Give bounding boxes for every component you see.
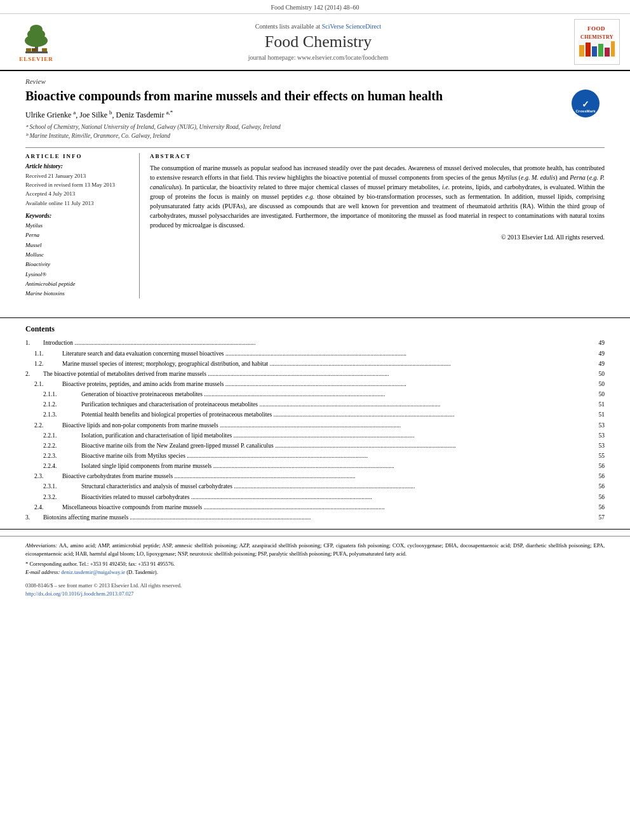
article-info-heading: ARTICLE INFO	[25, 153, 133, 159]
keywords-label: Keywords:	[25, 213, 133, 219]
available-date: Available online 11 July 2013	[25, 199, 133, 208]
toc-item: 2.3.2.Bioactivities related to mussel ca…	[25, 492, 605, 502]
journal-reference: Food Chemistry 142 (2014) 48–60	[271, 4, 359, 11]
keyword-item: Mollusc	[25, 250, 133, 260]
sciverse-link: Contents lists available at SciVerse Sci…	[255, 23, 382, 30]
toc-page: 53	[589, 441, 605, 451]
doi-line: http://dx.doi.org/10.1016/j.foodchem.201…	[25, 590, 605, 598]
section-divider	[0, 317, 630, 318]
email-note: (D. Tasdemir).	[126, 569, 158, 575]
received-date: Received 21 January 2013	[25, 171, 133, 180]
toc-number: 2.1.1.	[43, 389, 81, 399]
footer: Abbreviations: AA, amino acid; AMP, anti…	[0, 536, 630, 602]
toc-number: 1.1.	[34, 349, 62, 359]
article-title-text: Bioactive compounds from marine mussels …	[25, 89, 443, 103]
toc-item: 2.2.1.Isolation, purification and charac…	[25, 430, 605, 441]
article-body: Review Bioactive compounds from marine m…	[0, 71, 630, 311]
toc-item: 2.1.3.Potential health benefits and biol…	[25, 410, 605, 420]
abbrev-label: Abbreviations:	[25, 542, 57, 549]
toc-text: Miscellaneous bioactive compounds from m…	[62, 502, 589, 512]
toc-text: Literature search and data evaluation co…	[62, 349, 589, 359]
crossmark-badge: ✓ CrossMark	[566, 88, 605, 119]
crossmark-svg: ✓ CrossMark	[574, 92, 597, 115]
toc-number: 2.2.1.	[43, 430, 81, 441]
toc-page: 50	[589, 369, 605, 379]
toc-number: 2.2.3.	[43, 451, 81, 461]
article-type-label: Review	[25, 77, 605, 85]
page: Food Chemistry 142 (2014) 48–60 EL	[0, 0, 630, 840]
toc-text: Bioactive carbohydrates from marine muss…	[62, 471, 589, 481]
fc-logo-graphic	[578, 40, 616, 58]
abbrev-text: AA, amino acid; AMP, antimicrobial pepti…	[25, 542, 605, 557]
journal-reference-bar: Food Chemistry 142 (2014) 48–60	[0, 0, 630, 14]
issn-text: 0308-8146/$ – see front matter © 2013 El…	[25, 582, 182, 589]
accepted-date: Accepted 4 July 2013	[25, 189, 133, 198]
svg-rect-12	[592, 46, 597, 57]
keyword-item: Perna	[25, 230, 133, 240]
toc-page: 49	[589, 338, 605, 348]
toc-text: Bioactivities related to mussel carbohyd…	[81, 492, 589, 502]
footer-divider	[0, 529, 630, 530]
toc-page: 53	[589, 430, 605, 441]
keyword-item: Mytilus	[25, 221, 133, 230]
article-title: Bioactive compounds from marine mussels …	[25, 88, 605, 104]
issn-line: 0308-8146/$ – see front matter © 2013 El…	[25, 582, 605, 590]
doi-link[interactable]: http://dx.doi.org/10.1016/j.foodchem.201…	[25, 590, 134, 597]
toc-text: Marine mussel species of interest; morph…	[62, 359, 589, 369]
toc-number: 1.2.	[34, 359, 62, 369]
keyword-item: Antimicrobial peptide	[25, 279, 133, 289]
fc-logo-words: FOOD	[587, 26, 607, 34]
toc-number: 2.2.2.	[43, 441, 81, 451]
toc-page: 49	[589, 349, 605, 359]
journal-title: Food Chemistry	[265, 32, 372, 51]
toc-page: 56	[589, 492, 605, 502]
toc-number: 1.	[25, 338, 43, 348]
toc-page: 50	[589, 389, 605, 399]
toc-item: 2.2.Bioactive lipids and non-polar compo…	[25, 420, 605, 430]
sciverse-anchor[interactable]: SciVerse ScienceDirect	[322, 23, 382, 30]
toc-number: 2.1.	[34, 379, 62, 389]
toc-item: 1.2.Marine mussel species of interest; m…	[25, 359, 605, 369]
journal-center: Contents lists available at SciVerse Sci…	[71, 19, 565, 65]
toc-item: 2.1.Bioactive proteins, peptides, and am…	[25, 379, 605, 389]
toc-item: 3.Biotoxins affecting marine mussels ...…	[25, 512, 605, 523]
toc-text: Isolation, purification and characterisa…	[81, 430, 589, 441]
email-line: E-mail address: deniz.tasdemir@nuigalway…	[25, 568, 605, 577]
toc-number: 2.3.2.	[43, 492, 81, 502]
toc-text: Bioactive marine oils from Mytilus speci…	[81, 451, 589, 461]
toc-page: 57	[589, 512, 605, 523]
toc-page: 51	[589, 399, 605, 410]
email-link[interactable]: deniz.tasdemir@nuigalway.ie	[61, 569, 125, 575]
toc-number: 2.4.	[34, 502, 62, 512]
authors-text: Ulrike Grienke a, Joe Silke b, Deniz Tas…	[25, 110, 173, 119]
svg-rect-15	[611, 41, 615, 57]
contents-section: Contents 1.Introduction ................…	[0, 324, 630, 523]
abbreviations: Abbreviations: AA, amino acid; AMP, anti…	[25, 542, 605, 558]
toc-item: 1.Introduction .........................…	[25, 338, 605, 348]
abstract-text: The consumption of marine mussels as pop…	[150, 163, 605, 230]
toc-text: Bioactive lipids and non-polar component…	[62, 420, 589, 430]
keyword-item: Marine biotoxins	[25, 289, 133, 298]
toc-item: 2.3.Bioactive carbohydrates from marine …	[25, 471, 605, 481]
toc-text: Generation of bioactive proteinaceous me…	[81, 389, 589, 399]
svg-rect-2	[25, 51, 48, 53]
toc-text: The bioactive potential of metabolites d…	[43, 369, 589, 379]
corresponding-author: * Corresponding author. Tel.: +353 91 49…	[25, 560, 605, 568]
toc-text: Potential health benefits and biological…	[81, 410, 589, 420]
toc-number: 2.1.2.	[43, 399, 81, 410]
toc-item: 2.1.1.Generation of bioactive proteinace…	[25, 389, 605, 399]
email-label: E-mail address:	[25, 569, 60, 575]
toc-item: 2.1.2.Purification techniques and charac…	[25, 399, 605, 410]
contents-title: Contents	[25, 324, 605, 334]
article-history-label: Article history:	[25, 163, 133, 170]
toc-page: 56	[589, 502, 605, 512]
toc-text: Structural characteristics and analysis …	[81, 481, 589, 491]
abstract-heading: ABSTRACT	[150, 153, 605, 159]
toc-number: 2.3.1.	[43, 481, 81, 491]
toc-item: 2.2.4.Isolated single lipid components f…	[25, 461, 605, 471]
svg-rect-10	[579, 45, 584, 57]
toc-text: Introduction ...........................…	[43, 338, 589, 348]
toc-text: Bioactive marine oils from the New Zeala…	[81, 441, 589, 451]
copyright-notice: © 2013 Elsevier Ltd. All rights reserved…	[150, 234, 605, 241]
svg-rect-8	[42, 48, 47, 51]
